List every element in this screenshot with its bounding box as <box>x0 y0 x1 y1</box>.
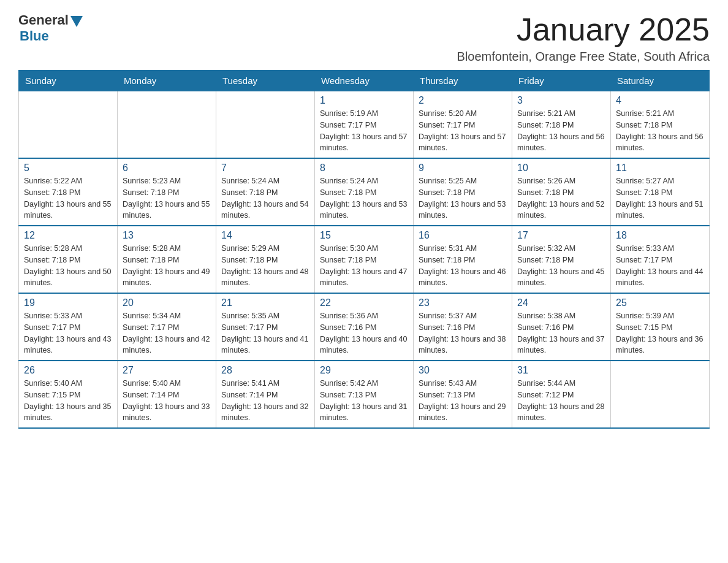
calendar-cell: 23Sunrise: 5:37 AMSunset: 7:16 PMDayligh… <box>414 293 512 361</box>
calendar-cell: 17Sunrise: 5:32 AMSunset: 7:18 PMDayligh… <box>512 226 611 293</box>
day-info: Sunrise: 5:32 AMSunset: 7:18 PMDaylight:… <box>517 243 605 289</box>
day-number: 10 <box>517 163 605 174</box>
calendar-cell: 24Sunrise: 5:38 AMSunset: 7:16 PMDayligh… <box>512 293 611 361</box>
days-of-week-row: SundayMondayTuesdayWednesdayThursdayFrid… <box>19 71 710 91</box>
day-number: 4 <box>616 95 704 106</box>
day-number: 21 <box>221 297 309 308</box>
month-title: January 2025 <box>457 12 710 47</box>
day-number: 7 <box>221 163 309 174</box>
calendar-header: SundayMondayTuesdayWednesdayThursdayFrid… <box>19 71 710 91</box>
calendar-cell: 10Sunrise: 5:26 AMSunset: 7:18 PMDayligh… <box>512 158 611 226</box>
calendar-cell: 9Sunrise: 5:25 AMSunset: 7:18 PMDaylight… <box>414 158 512 226</box>
day-info: Sunrise: 5:34 AMSunset: 7:17 PMDaylight:… <box>123 310 211 356</box>
day-number: 24 <box>517 297 605 308</box>
day-number: 26 <box>24 365 112 376</box>
calendar-cell: 28Sunrise: 5:41 AMSunset: 7:14 PMDayligh… <box>216 361 315 428</box>
day-number: 28 <box>221 365 309 376</box>
day-info: Sunrise: 5:23 AMSunset: 7:18 PMDaylight:… <box>123 175 211 221</box>
location-subtitle: Bloemfontein, Orange Free State, South A… <box>457 50 710 64</box>
title-section: January 2025 Bloemfontein, Orange Free S… <box>457 12 710 64</box>
calendar-cell: 19Sunrise: 5:33 AMSunset: 7:17 PMDayligh… <box>19 293 118 361</box>
calendar-cell: 13Sunrise: 5:28 AMSunset: 7:18 PMDayligh… <box>118 226 216 293</box>
day-info: Sunrise: 5:22 AMSunset: 7:18 PMDaylight:… <box>24 175 112 221</box>
calendar-cell: 7Sunrise: 5:24 AMSunset: 7:18 PMDaylight… <box>216 158 315 226</box>
day-info: Sunrise: 5:43 AMSunset: 7:13 PMDaylight:… <box>419 378 507 424</box>
calendar-cell: 11Sunrise: 5:27 AMSunset: 7:18 PMDayligh… <box>611 158 710 226</box>
day-number: 29 <box>320 365 408 376</box>
day-info: Sunrise: 5:38 AMSunset: 7:16 PMDaylight:… <box>517 310 605 356</box>
calendar-cell: 2Sunrise: 5:20 AMSunset: 7:17 PMDaylight… <box>414 91 512 159</box>
day-number: 30 <box>419 365 507 376</box>
calendar-week-row: 5Sunrise: 5:22 AMSunset: 7:18 PMDaylight… <box>19 158 710 226</box>
day-number: 15 <box>320 230 408 241</box>
logo-blue-text: Blue <box>20 28 49 44</box>
day-number: 12 <box>24 230 112 241</box>
day-number: 13 <box>123 230 211 241</box>
logo-triangle-icon <box>70 16 83 27</box>
day-info: Sunrise: 5:33 AMSunset: 7:17 PMDaylight:… <box>616 243 704 289</box>
logo: General Blue <box>18 12 83 44</box>
day-info: Sunrise: 5:30 AMSunset: 7:18 PMDaylight:… <box>320 243 408 289</box>
calendar-cell: 20Sunrise: 5:34 AMSunset: 7:17 PMDayligh… <box>118 293 216 361</box>
calendar-cell: 18Sunrise: 5:33 AMSunset: 7:17 PMDayligh… <box>611 226 710 293</box>
day-number: 20 <box>123 297 211 308</box>
day-info: Sunrise: 5:31 AMSunset: 7:18 PMDaylight:… <box>419 243 507 289</box>
day-of-week-header: Monday <box>118 71 216 91</box>
calendar-cell <box>19 91 118 159</box>
day-number: 22 <box>320 297 408 308</box>
calendar-cell: 31Sunrise: 5:44 AMSunset: 7:12 PMDayligh… <box>512 361 611 428</box>
calendar-cell: 21Sunrise: 5:35 AMSunset: 7:17 PMDayligh… <box>216 293 315 361</box>
day-info: Sunrise: 5:25 AMSunset: 7:18 PMDaylight:… <box>419 175 507 221</box>
calendar-cell: 5Sunrise: 5:22 AMSunset: 7:18 PMDaylight… <box>19 158 118 226</box>
day-of-week-header: Tuesday <box>216 71 315 91</box>
day-number: 11 <box>616 163 704 174</box>
calendar-cell: 29Sunrise: 5:42 AMSunset: 7:13 PMDayligh… <box>315 361 414 428</box>
day-info: Sunrise: 5:24 AMSunset: 7:18 PMDaylight:… <box>221 175 309 221</box>
calendar-cell <box>216 91 315 159</box>
day-number: 8 <box>320 163 408 174</box>
calendar-cell: 27Sunrise: 5:40 AMSunset: 7:14 PMDayligh… <box>118 361 216 428</box>
day-info: Sunrise: 5:37 AMSunset: 7:16 PMDaylight:… <box>419 310 507 356</box>
day-of-week-header: Sunday <box>19 71 118 91</box>
day-info: Sunrise: 5:20 AMSunset: 7:17 PMDaylight:… <box>419 108 507 154</box>
day-number: 14 <box>221 230 309 241</box>
day-number: 9 <box>419 163 507 174</box>
calendar-cell <box>118 91 216 159</box>
day-info: Sunrise: 5:44 AMSunset: 7:12 PMDaylight:… <box>517 378 605 424</box>
calendar-cell: 12Sunrise: 5:28 AMSunset: 7:18 PMDayligh… <box>19 226 118 293</box>
calendar-cell: 26Sunrise: 5:40 AMSunset: 7:15 PMDayligh… <box>19 361 118 428</box>
calendar-week-row: 19Sunrise: 5:33 AMSunset: 7:17 PMDayligh… <box>19 293 710 361</box>
day-info: Sunrise: 5:28 AMSunset: 7:18 PMDaylight:… <box>24 243 112 289</box>
calendar-cell: 3Sunrise: 5:21 AMSunset: 7:18 PMDaylight… <box>512 91 611 159</box>
calendar-cell: 14Sunrise: 5:29 AMSunset: 7:18 PMDayligh… <box>216 226 315 293</box>
day-number: 31 <box>517 365 605 376</box>
calendar-week-row: 26Sunrise: 5:40 AMSunset: 7:15 PMDayligh… <box>19 361 710 428</box>
day-info: Sunrise: 5:24 AMSunset: 7:18 PMDaylight:… <box>320 175 408 221</box>
calendar-week-row: 12Sunrise: 5:28 AMSunset: 7:18 PMDayligh… <box>19 226 710 293</box>
day-of-week-header: Wednesday <box>315 71 414 91</box>
day-number: 19 <box>24 297 112 308</box>
day-info: Sunrise: 5:26 AMSunset: 7:18 PMDaylight:… <box>517 175 605 221</box>
day-number: 1 <box>320 95 408 106</box>
day-info: Sunrise: 5:41 AMSunset: 7:14 PMDaylight:… <box>221 378 309 424</box>
day-of-week-header: Saturday <box>611 71 710 91</box>
day-info: Sunrise: 5:29 AMSunset: 7:18 PMDaylight:… <box>221 243 309 289</box>
day-number: 25 <box>616 297 704 308</box>
day-number: 2 <box>419 95 507 106</box>
day-info: Sunrise: 5:19 AMSunset: 7:17 PMDaylight:… <box>320 108 408 154</box>
day-info: Sunrise: 5:40 AMSunset: 7:14 PMDaylight:… <box>123 378 211 424</box>
day-info: Sunrise: 5:27 AMSunset: 7:18 PMDaylight:… <box>616 175 704 221</box>
day-info: Sunrise: 5:42 AMSunset: 7:13 PMDaylight:… <box>320 378 408 424</box>
calendar-body: 1Sunrise: 5:19 AMSunset: 7:17 PMDaylight… <box>19 91 710 429</box>
calendar-cell: 6Sunrise: 5:23 AMSunset: 7:18 PMDaylight… <box>118 158 216 226</box>
page-header: General Blue January 2025 Bloemfontein, … <box>18 12 710 64</box>
day-info: Sunrise: 5:28 AMSunset: 7:18 PMDaylight:… <box>123 243 211 289</box>
day-of-week-header: Thursday <box>414 71 512 91</box>
day-number: 18 <box>616 230 704 241</box>
day-of-week-header: Friday <box>512 71 611 91</box>
day-number: 17 <box>517 230 605 241</box>
logo-general-text: General <box>18 12 69 28</box>
day-info: Sunrise: 5:39 AMSunset: 7:15 PMDaylight:… <box>616 310 704 356</box>
calendar-cell: 1Sunrise: 5:19 AMSunset: 7:17 PMDaylight… <box>315 91 414 159</box>
calendar-cell <box>611 361 710 428</box>
